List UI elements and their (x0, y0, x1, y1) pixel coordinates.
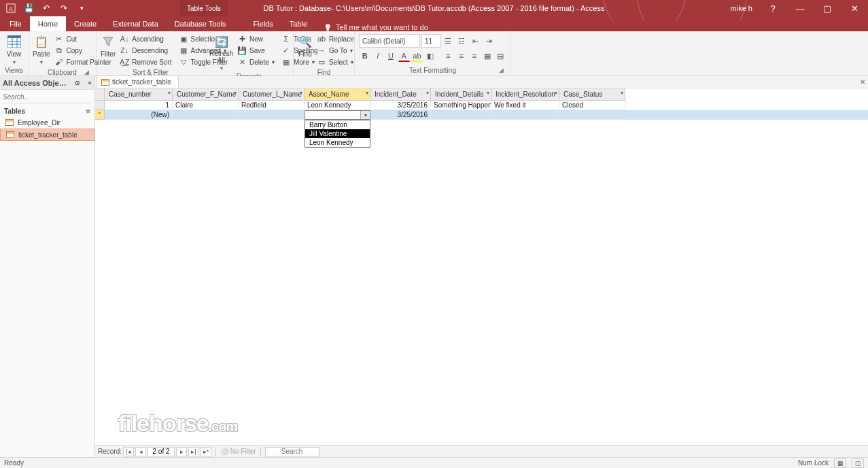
chevron-down-icon[interactable]: ▾ (300, 90, 302, 96)
cell[interactable] (491, 110, 559, 120)
nav-search-icon[interactable]: ⊙ (75, 80, 80, 86)
align-right-icon[interactable]: ≡ (468, 50, 480, 62)
align-left-icon[interactable]: ≡ (442, 50, 454, 62)
cell[interactable]: Closed (559, 101, 625, 110)
redo-qat-icon[interactable]: ↷ (56, 1, 72, 16)
minimize-button[interactable]: — (786, 0, 814, 16)
close-button[interactable]: ✕ (841, 0, 868, 16)
nav-pane-header[interactable]: All Access Obje… ⊙ « (0, 76, 94, 90)
new-record-nav-button[interactable]: ▸* (201, 447, 211, 456)
gridlines-icon[interactable]: ▦ (482, 50, 493, 62)
col-incident-resolution[interactable]: Incident_Resolution▾ (491, 88, 559, 101)
record-search-input[interactable] (265, 447, 319, 456)
dropdown-item[interactable]: Leon Kennedy (305, 138, 370, 147)
cell[interactable]: 1 (105, 101, 173, 110)
combo-dropdown-button[interactable]: ▾ (360, 111, 370, 119)
cell[interactable]: 3/25/2016 (370, 110, 431, 120)
col-customer-l-name[interactable]: Customer_L_Name▾ (239, 88, 305, 101)
chevron-down-icon[interactable]: ▾ (366, 90, 368, 96)
nav-item-ticket-tracker[interactable]: ticket_tracker_table (0, 129, 94, 141)
descending-button[interactable]: Z↓Descending (117, 45, 174, 56)
col-customer-f-name[interactable]: Customer_F_Name▾ (173, 88, 239, 101)
col-assoc-name[interactable]: Assoc_Name▾ (305, 88, 370, 101)
select-all-cell[interactable] (95, 88, 105, 101)
assoc-combo-cell[interactable]: ▾ (305, 110, 370, 120)
underline-button[interactable]: U (385, 50, 396, 62)
italic-button[interactable]: I (372, 50, 383, 62)
chevron-down-icon[interactable]: ▾ (168, 90, 171, 96)
data-row[interactable]: 1 Claire Redfield Leon Kennedy 3/25/2016… (95, 101, 868, 110)
maximize-button[interactable]: ▢ (814, 0, 841, 16)
refresh-all-button[interactable]: 🔄 Refresh All ▾ (209, 33, 233, 71)
col-incident-details[interactable]: Incident_Details▾ (431, 88, 491, 101)
signed-in-user[interactable]: mike h (724, 4, 759, 12)
font-color-button[interactable]: A (398, 50, 410, 62)
col-case-status[interactable]: Case_Status▾ (559, 88, 625, 101)
tell-me-search[interactable]: Tell me what you want to do (324, 23, 428, 31)
cell[interactable]: We fixed it (491, 101, 559, 110)
replace-button[interactable]: abReplace (314, 33, 357, 44)
dialog-launcher-icon[interactable]: ◢ (82, 69, 90, 77)
filter-indicator[interactable]: ⚪ No Filter (220, 448, 256, 455)
tab-file[interactable]: File (1, 16, 30, 31)
tab-database-tools[interactable]: Database Tools (167, 16, 235, 31)
design-view-button[interactable]: ◫ (852, 458, 864, 468)
chevron-down-icon[interactable]: ▾ (487, 90, 489, 96)
row-selector[interactable] (95, 101, 105, 110)
numbering-icon[interactable]: ☷ (455, 35, 468, 47)
col-incident-date[interactable]: Incident_Date▾ (370, 88, 431, 101)
next-record-button[interactable]: ▸ (176, 447, 187, 456)
delete-record-button[interactable]: ✕Delete▾ (235, 56, 277, 67)
filter-button[interactable]: Filter (101, 33, 116, 58)
tab-create[interactable]: Create (66, 16, 105, 31)
highlight-button[interactable]: ab (411, 50, 423, 62)
new-record-button[interactable]: ✚New (235, 33, 277, 44)
save-qat-icon[interactable]: 💾 (20, 1, 37, 16)
cell[interactable]: Claire (173, 101, 239, 110)
cell[interactable] (173, 110, 239, 120)
tab-fields[interactable]: Fields (245, 16, 281, 31)
tab-external-data[interactable]: External Data (105, 16, 167, 31)
dropdown-item[interactable]: Jill Valentine (305, 129, 370, 138)
assoc-dropdown-list[interactable]: Barry Burton Jill Valentine Leon Kennedy (305, 120, 370, 148)
close-document-button[interactable]: ✕ (858, 78, 867, 86)
nav-section-tables[interactable]: Tables☆ (0, 105, 94, 116)
col-case-number[interactable]: Case_number▾ (105, 88, 173, 101)
remove-sort-button[interactable]: A͟ZRemove Sort (117, 56, 174, 67)
indent-left-icon[interactable]: ⇤ (469, 35, 481, 47)
font-size-select[interactable]: 11 (421, 34, 440, 48)
qat-customize-icon[interactable]: ▾ (73, 1, 90, 16)
cell[interactable]: Leon Kennedy (305, 101, 370, 110)
find-button[interactable]: 🔍 Find (298, 33, 313, 58)
nav-collapse-icon[interactable]: « (88, 79, 92, 86)
record-position-input[interactable] (147, 447, 175, 456)
ascending-button[interactable]: A↓Ascending (117, 33, 174, 44)
bold-button[interactable]: B (359, 50, 370, 62)
indent-right-icon[interactable]: ⇥ (483, 35, 495, 47)
fill-color-button[interactable]: ◧ (424, 50, 436, 62)
undo-qat-icon[interactable]: ↶ (38, 1, 54, 16)
chevron-down-icon[interactable]: ▾ (555, 90, 557, 96)
row-selector-new[interactable]: * (95, 110, 105, 120)
paste-button[interactable]: 📋 Paste ▾ (33, 33, 50, 65)
cell[interactable]: Something Happene (431, 101, 491, 110)
tab-home[interactable]: Home (30, 16, 66, 31)
access-app-icon[interactable]: A (3, 1, 19, 16)
select-button[interactable]: ▭Select▾ (314, 56, 357, 67)
dialog-launcher-icon[interactable]: ◢ (497, 67, 505, 75)
nav-search-input[interactable] (3, 91, 92, 103)
last-record-button[interactable]: ▸| (188, 447, 199, 456)
first-record-button[interactable]: |◂ (123, 447, 134, 456)
document-tab[interactable]: ticket_tracker_table (97, 76, 179, 88)
view-button[interactable]: View ▾ (4, 33, 24, 65)
chevron-down-icon[interactable]: ▾ (234, 90, 237, 96)
datasheet-view-button[interactable]: ▦ (834, 458, 846, 468)
chevron-down-icon[interactable]: ▾ (426, 90, 429, 96)
new-record-row[interactable]: * (New) ▾ 3/25/2016 (95, 110, 868, 120)
bullets-icon[interactable]: ☰ (442, 35, 454, 47)
dropdown-item[interactable]: Barry Burton (305, 120, 370, 129)
chevron-down-icon[interactable]: ▾ (621, 90, 623, 96)
prev-record-button[interactable]: ◂ (135, 447, 146, 456)
align-center-icon[interactable]: ≡ (455, 50, 467, 62)
cell[interactable]: Redfield (239, 101, 305, 110)
